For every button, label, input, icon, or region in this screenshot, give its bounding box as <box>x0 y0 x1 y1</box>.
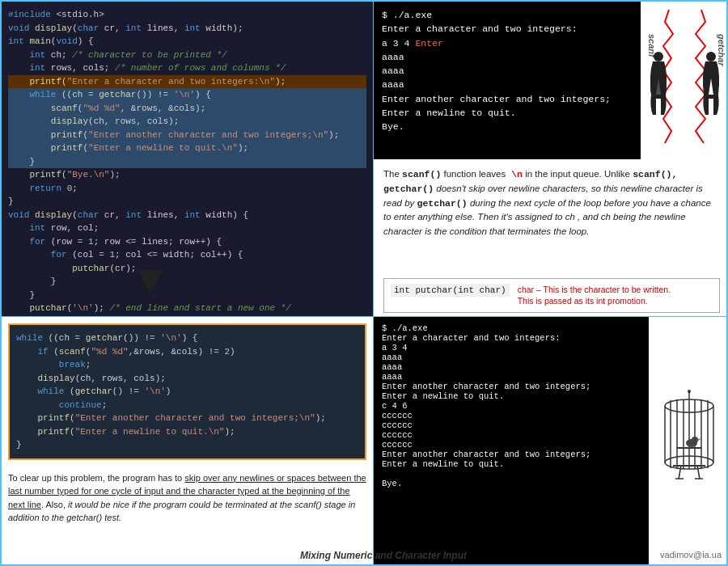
terminal-line: a 3 4 <box>382 343 641 353</box>
code-line: int ch; /* character to be printed */ <box>8 49 366 62</box>
putchar-desc-line1: char – This is the character to be writt… <box>518 284 671 296</box>
terminal-line: a 3 4 Enter <box>382 36 633 50</box>
code-line: if (scanf("%d %d",&rows, &cols) != 2) <box>16 345 358 359</box>
terminal-line: $ ./a.exe <box>382 8 633 22</box>
code-line: while ((ch = getchar()) != '\n') { <box>16 332 358 345</box>
terminal-line <box>382 469 641 479</box>
explanation-text: The scanf() function leaves \n in the in… <box>374 159 728 275</box>
terminal-line: aaaa <box>382 353 641 362</box>
putchar-signature: int putchar(int char) <box>391 284 510 297</box>
svg-point-0 <box>654 52 663 61</box>
code-line: scanf("%d %d", &rows, &cols); <box>8 102 366 116</box>
silhouette-area: scanf getchar <box>641 2 728 159</box>
code-line: } <box>8 275 366 289</box>
code-line: continue; <box>16 399 358 412</box>
code-line: while (getchar() != '\n') <box>16 385 358 399</box>
code-line: int main(void) { <box>8 35 366 49</box>
code-line: for (row = 1; row <= lines; row++) { <box>8 235 366 249</box>
terminal-line: Enter a newline to quit. <box>382 459 641 469</box>
terminal-line: Bye. <box>382 479 641 488</box>
code-line: } <box>8 289 366 302</box>
code-line: } <box>8 155 366 169</box>
terminal-line: Enter a newline to quit. <box>382 106 633 120</box>
person-left-silhouette <box>645 50 673 123</box>
putchar-description: char – This is the character to be writt… <box>518 284 671 307</box>
description-text: To clear up this problem, the program ha… <box>2 467 373 530</box>
terminal-line: cccccc <box>382 411 641 420</box>
code-line: return 0; <box>8 182 366 196</box>
code-line: void display(char cr, int lines, int wid… <box>8 209 366 222</box>
code-line: printf("Bye.\n"); <box>8 168 366 182</box>
code-line: } <box>16 438 358 452</box>
terminal-line: cccccc <box>382 430 641 440</box>
code-line: display(ch, rows, cols); <box>8 115 366 129</box>
page-title: Mixing Numeric and Character Input <box>107 550 660 561</box>
terminal-line: Enter a character and two integers: <box>382 333 641 343</box>
bird-cage-svg <box>653 390 726 495</box>
terminal-line: Enter another character and two integers… <box>382 382 641 391</box>
terminal-line: cccccc <box>382 440 641 450</box>
terminal-line: aaaa <box>382 372 641 382</box>
terminal-line: Enter a newline to quit. <box>382 391 641 401</box>
svg-line-19 <box>679 466 681 479</box>
code-line: putchar(cr); <box>8 262 366 276</box>
code-line: break; <box>16 358 358 372</box>
code-line: display(ch, rows, cols); <box>16 372 358 386</box>
svg-point-1 <box>706 52 716 61</box>
code-line: } <box>8 195 366 209</box>
person-right-silhouette <box>697 50 726 123</box>
terminal-bottom: $ ./a.exe Enter a character and two inte… <box>374 317 649 566</box>
putchar-desc-line2: This is passed as its int promotion. <box>518 295 671 307</box>
code-line: int rows, cols; /* number of rows and co… <box>8 61 366 75</box>
terminal-line: aaaa <box>382 78 633 91</box>
right-top-panel: $ ./a.exe Enter a character and two inte… <box>374 2 728 317</box>
terminal-line: Enter another character and two integers… <box>382 92 633 106</box>
terminal-line: Bye. <box>382 120 633 133</box>
terminal-line: c 4 6 <box>382 401 641 411</box>
terminal-line: Enter a character and two integers: <box>382 22 633 36</box>
code-line: for (col = 1; col <= width; col++) { <box>8 248 366 262</box>
code-line: printf("Enter a newline to quit.\n"); <box>8 142 366 155</box>
code-panel-bottom: while ((ch = getchar()) != '\n') { if (s… <box>8 323 366 460</box>
code-line: putchar('\n'); /* end line and start a n… <box>8 302 366 315</box>
putchar-reference-box: int putchar(int char) char – This is the… <box>383 278 720 313</box>
terminal-line: aaaa <box>382 64 633 78</box>
footer-email: vadimov@ia.ua <box>660 550 722 561</box>
code-line: void display(char cr, int lines, int wid… <box>8 22 366 36</box>
terminal-line: aaaa <box>382 362 641 372</box>
svg-point-14 <box>688 390 691 393</box>
arrow-down-icon: ▼ <box>138 262 163 304</box>
bottom-right-panel: $ ./a.exe Enter a character and two inte… <box>374 317 728 566</box>
code-line: printf("Enter another character and two … <box>16 412 358 425</box>
terminal-top: $ ./a.exe Enter a character and two inte… <box>374 2 641 159</box>
code-line: printf("Enter a newline to quit.\n"); <box>16 425 358 439</box>
bird-cage-area <box>649 317 728 566</box>
terminal-line: aaaa <box>382 50 633 64</box>
code-line-highlight: printf("Enter a character and two intege… <box>8 75 366 89</box>
code-line: printf("Enter another character and two … <box>8 129 366 142</box>
terminal-line: $ ./a.exe <box>382 323 641 333</box>
code-panel-top: #include <stdio.h> void display(char cr,… <box>2 2 374 317</box>
terminal-line: cccccc <box>382 420 641 430</box>
code-line: int row, col; <box>8 222 366 235</box>
svg-line-20 <box>697 466 700 479</box>
terminal-line: Enter another character and two integers… <box>382 450 641 459</box>
footer: Mixing Numeric and Character Input vadim… <box>2 550 728 561</box>
code-line-while: while ((ch = getchar()) != '\n') { <box>8 88 366 102</box>
code-line: #include <stdio.h> <box>8 8 366 22</box>
bottom-left-panel: while ((ch = getchar()) != '\n') { if (s… <box>2 317 374 566</box>
